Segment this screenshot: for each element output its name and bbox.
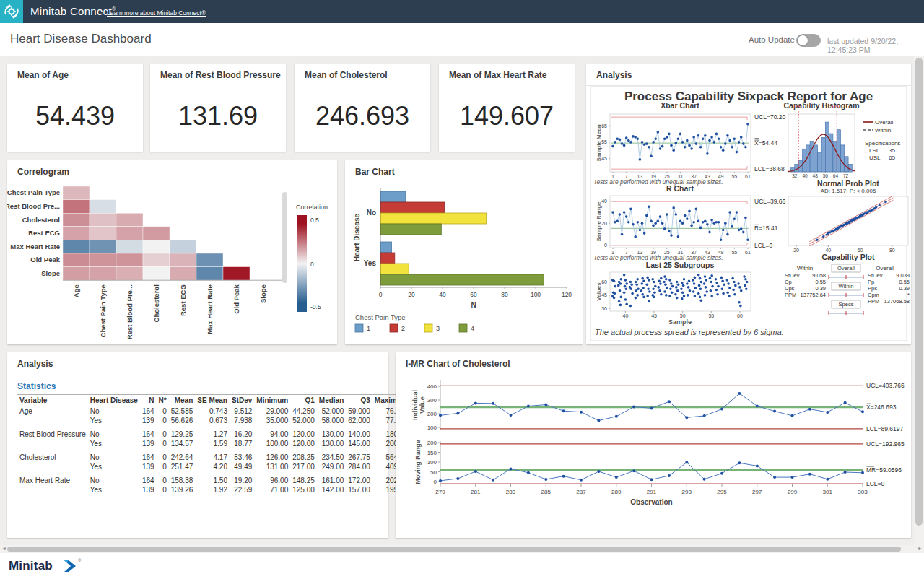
column-header: N — [140, 395, 157, 406]
svg-text:Pp: Pp — [868, 279, 874, 285]
svg-text:Specs: Specs — [839, 301, 854, 308]
svg-text:120: 120 — [562, 291, 572, 298]
table-row: Yes1390251.474.2049.49131.00217.00249.00… — [17, 462, 410, 471]
svg-text:20: 20 — [601, 221, 607, 226]
svg-text:0: 0 — [604, 243, 607, 248]
svg-text:Chest Pain Type: Chest Pain Type — [355, 313, 406, 321]
horizontal-scrollbar[interactable]: ◄ ► — [0, 545, 924, 553]
svg-text:Normal Prob Plot: Normal Prob Plot — [817, 179, 879, 188]
kpi-card-rest-blood-pressure: Mean of Rest Blood Pressure 131.69 — [150, 64, 286, 152]
svg-text:Within: Within — [797, 265, 813, 271]
svg-text:MR=59.0596: MR=59.0596 — [866, 466, 902, 474]
column-header: Mean — [169, 395, 196, 406]
svg-text:80: 80 — [501, 291, 508, 298]
svg-text:Old Peak: Old Peak — [30, 256, 60, 264]
vertical-scrollbar-thumb[interactable] — [915, 58, 923, 526]
svg-text:289: 289 — [611, 489, 622, 495]
svg-text:20: 20 — [793, 248, 799, 253]
learn-more-link[interactable]: Learn more about Minitab Connect® — [107, 9, 206, 17]
svg-text:400: 400 — [427, 383, 437, 390]
column-header: Variable — [17, 395, 88, 406]
svg-text:Moving Range: Moving Range — [414, 440, 422, 484]
svg-text:Rest ECG: Rest ECG — [180, 284, 188, 316]
svg-text:200: 200 — [427, 440, 437, 446]
svg-text:30: 30 — [601, 306, 607, 311]
svg-text:150: 150 — [427, 450, 437, 456]
svg-text:No: No — [367, 209, 376, 217]
svg-text:281: 281 — [471, 489, 481, 495]
svg-text:Value: Value — [419, 396, 426, 414]
bar-chart-card: Bar Chart NoYes020406080100120NHeart Dis… — [345, 160, 583, 344]
svg-text:LSL: LSL — [869, 147, 880, 154]
svg-text:Cpk: Cpk — [785, 285, 795, 292]
bar-chart-canvas: NoYes020406080100120NHeart DiseaseChest … — [345, 160, 583, 344]
table-row: Max Heart RateNo1640158.381.5019.2096.00… — [17, 476, 410, 485]
svg-text:X=54.44: X=54.44 — [754, 139, 777, 147]
kpi-title: Mean of Age — [17, 70, 69, 80]
toggle-knob — [798, 35, 808, 45]
svg-text:Sample Range: Sample Range — [596, 201, 602, 242]
scroll-right-arrow-icon[interactable]: ► — [918, 546, 923, 551]
svg-text:PPM: PPM — [785, 292, 796, 298]
vertical-scrollbar[interactable] — [914, 56, 924, 545]
xbar-note: Tests are performed with unequal sample … — [593, 178, 723, 186]
svg-text:32: 32 — [792, 173, 798, 178]
kpi-card-max-heart-rate: Mean of Max Heart Rate 149.607 — [439, 64, 575, 152]
column-header: Minimum — [254, 395, 290, 406]
column-header: StDev — [230, 395, 254, 406]
svg-text:0.39: 0.39 — [815, 285, 826, 292]
svg-text:45: 45 — [651, 313, 657, 318]
svg-text:Rest Blood Pre...: Rest Blood Pre... — [7, 202, 60, 210]
auto-update-toggle[interactable] — [796, 34, 821, 47]
svg-text:PPM: PPM — [868, 298, 879, 305]
svg-text:291: 291 — [647, 489, 657, 495]
svg-text:9.058: 9.058 — [812, 272, 826, 279]
svg-text:4: 4 — [471, 325, 474, 332]
svg-text:Values: Values — [596, 282, 602, 301]
svg-text:9.039: 9.039 — [896, 272, 910, 279]
statistics-table: VariableHeart DiseaseNN*MeanSE MeanStDev… — [17, 394, 410, 495]
svg-text:0.39: 0.39 — [899, 285, 910, 292]
statistics-data-table: VariableHeart DiseaseNN*MeanSE MeanStDev… — [17, 394, 410, 495]
svg-text:Slope: Slope — [41, 269, 60, 277]
brand-text: Minitab Connect® — [30, 5, 116, 17]
svg-text:Old Peak: Old Peak — [233, 284, 241, 313]
scroll-left-arrow-icon[interactable]: ◄ — [1, 546, 6, 551]
minitab-chevron-icon: ® — [64, 560, 78, 575]
svg-text:100: 100 — [427, 425, 437, 431]
svg-text:Individual: Individual — [411, 390, 419, 420]
kpi-title: Mean of Rest Blood Pressure — [160, 70, 281, 80]
svg-text:Max Heart Rate: Max Heart Rate — [206, 284, 214, 334]
svg-text:65: 65 — [889, 154, 895, 161]
svg-text:Correlation: Correlation — [296, 204, 328, 211]
svg-text:Overall: Overall — [876, 265, 894, 271]
svg-text:Yes: Yes — [364, 259, 377, 267]
svg-text:297: 297 — [752, 489, 762, 495]
svg-text:UCL=70.20: UCL=70.20 — [754, 113, 786, 121]
svg-text:0: 0 — [379, 291, 383, 298]
svg-text:N: N — [471, 301, 476, 309]
imr-chart-card: I-MR Chart of Cholesterol 100200300400UC… — [396, 352, 911, 538]
svg-text:USL: USL — [869, 154, 881, 161]
svg-text:35: 35 — [889, 147, 895, 154]
svg-text:60: 60 — [601, 279, 607, 284]
table-row: Yes1390139.261.9222.5971.00125.00142.001… — [17, 485, 410, 495]
kpi-value: 54.439 — [7, 101, 143, 131]
svg-text:Heart Disease: Heart Disease — [353, 213, 361, 261]
horizontal-scrollbar-thumb[interactable] — [7, 547, 901, 552]
svg-text:60: 60 — [470, 291, 477, 298]
svg-text:Cpm: Cpm — [868, 292, 879, 298]
svg-text:295: 295 — [717, 489, 727, 495]
kpi-value: 149.607 — [439, 101, 575, 131]
column-header: Heart Disease — [88, 395, 140, 406]
svg-text:Ppk: Ppk — [868, 285, 877, 292]
statistics-section-title: Statistics — [17, 381, 56, 391]
svg-text:40: 40 — [623, 313, 629, 318]
svg-text:LCL=38.68: LCL=38.68 — [754, 165, 785, 173]
correlogram-card: Correlogram Chest Pain TypeRest Blood Pr… — [7, 160, 337, 344]
column-header: N* — [157, 395, 169, 406]
svg-text:Sample Mean: Sample Mean — [596, 124, 602, 161]
svg-text:50: 50 — [680, 313, 686, 318]
rchart-note: Tests are performed with unequal sample … — [593, 254, 723, 261]
svg-text:285: 285 — [541, 489, 552, 495]
